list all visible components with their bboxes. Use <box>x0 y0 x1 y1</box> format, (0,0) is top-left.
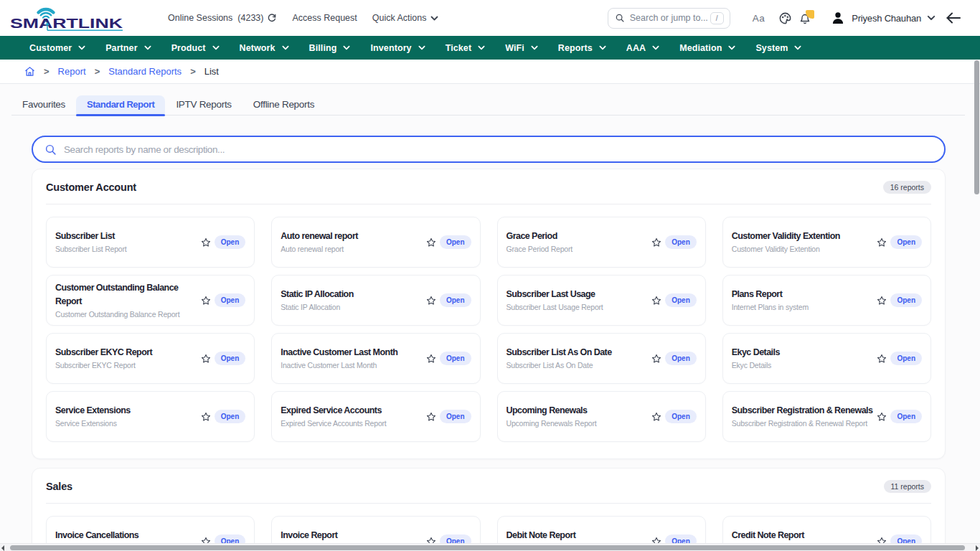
open-report-button[interactable]: Open <box>215 410 246 423</box>
favourite-star-button[interactable] <box>426 237 436 248</box>
chevron-down-icon <box>282 45 289 50</box>
star-icon <box>426 354 436 364</box>
open-report-button[interactable]: Open <box>215 352 246 365</box>
report-card-title: Service Extensions <box>55 404 198 418</box>
nav-item[interactable]: WiFi <box>505 43 538 53</box>
back-arrow-icon[interactable] <box>946 12 961 24</box>
open-report-button[interactable]: Open <box>665 410 697 423</box>
report-card[interactable]: Subscriber List As On Date Subscriber Li… <box>497 333 706 384</box>
open-report-button[interactable]: Open <box>215 293 246 307</box>
smartlink-logo[interactable]: SMARTLINK <box>10 3 123 33</box>
user-name: Priyesh Chauhan <box>852 13 921 24</box>
tab[interactable]: Favourites <box>11 95 76 116</box>
report-card[interactable]: Expired Service Accounts Expired Service… <box>271 391 480 442</box>
open-report-button[interactable]: Open <box>890 293 922 307</box>
report-card[interactable]: Inactive Customer Last Month Inactive Cu… <box>271 333 480 384</box>
favourite-star-button[interactable] <box>426 412 436 422</box>
nav-item[interactable]: Customer <box>29 43 85 53</box>
tab[interactable]: IPTV Reports <box>165 95 242 116</box>
favourite-star-button[interactable] <box>877 354 887 364</box>
tab[interactable]: Standard Report <box>76 95 165 116</box>
report-card-title: Subscriber Last Usage <box>507 288 649 301</box>
open-report-button[interactable]: Open <box>890 410 922 423</box>
favourite-star-button[interactable] <box>877 296 887 306</box>
open-report-button[interactable]: Open <box>440 410 471 423</box>
online-sessions-link[interactable]: Online Sessions (4233) <box>168 13 277 23</box>
favourite-star-button[interactable] <box>651 354 661 364</box>
report-card[interactable]: Ekyc Details Ekyc Details Open <box>722 333 931 384</box>
nav-item[interactable]: Partner <box>105 43 151 53</box>
report-card[interactable]: Subscriber List Subscriber List Report O… <box>46 217 255 268</box>
nav-item[interactable]: Product <box>171 43 220 53</box>
scroll-right-arrow-icon[interactable] <box>976 545 979 551</box>
nav-item-label: Customer <box>29 43 72 53</box>
nav-item[interactable]: Network <box>240 43 289 53</box>
horizontal-scrollbar-thumb[interactable] <box>10 545 965 550</box>
report-card[interactable]: Service Extensions Service Extensions Op… <box>46 391 255 442</box>
report-card[interactable]: Plans Report Internet Plans in system Op… <box>722 275 931 326</box>
favourite-star-button[interactable] <box>426 354 436 364</box>
open-report-button[interactable]: Open <box>440 293 471 307</box>
report-search-placeholder: Search reports by name or description... <box>64 144 225 155</box>
favourite-star-button[interactable] <box>201 354 211 364</box>
global-search-input[interactable]: Search or jump to... / <box>608 8 730 29</box>
breadcrumb-item[interactable]: Standard Reports <box>108 66 182 77</box>
report-card[interactable]: Subscriber EKYC Report Subscriber EKYC R… <box>46 333 255 384</box>
access-request-link[interactable]: Access Request <box>292 13 357 23</box>
report-card[interactable]: Grace Period Grace Period Report Open <box>497 217 706 268</box>
breadcrumb-item[interactable]: Report <box>58 66 86 77</box>
open-report-button[interactable]: Open <box>440 352 471 365</box>
horizontal-scrollbar[interactable] <box>0 543 980 551</box>
user-menu[interactable]: Priyesh Chauhan <box>831 11 936 25</box>
report-card-text: Plans Report Internet Plans in system <box>732 288 875 313</box>
report-card[interactable]: Static IP Allocation Static IP Allocatio… <box>271 275 480 326</box>
report-card[interactable]: Upcoming Renewals Upcoming Renewals Repo… <box>497 391 706 442</box>
nav-item[interactable]: Inventory <box>370 43 425 53</box>
report-card[interactable]: Auto renewal report Auto renewal report … <box>271 217 480 268</box>
favourite-star-button[interactable] <box>651 237 661 248</box>
theme-palette-button[interactable] <box>778 11 792 25</box>
favourite-star-button[interactable] <box>877 412 887 422</box>
nav-item[interactable]: Mediation <box>679 43 735 53</box>
report-card[interactable]: Customer Validity Extention Customer Val… <box>722 217 931 268</box>
text-size-toggle[interactable]: Aa <box>753 13 765 24</box>
open-report-button[interactable]: Open <box>440 235 471 249</box>
report-card-subtitle: Expired Service Accounts Report <box>281 418 423 429</box>
report-card[interactable]: Subscriber Registration & Renewals Subsc… <box>722 391 931 442</box>
open-report-button[interactable]: Open <box>215 235 246 249</box>
report-card-text: Static IP Allocation Static IP Allocatio… <box>281 288 423 313</box>
open-report-button[interactable]: Open <box>890 235 922 249</box>
report-card-subtitle: Internet Plans in system <box>732 302 875 313</box>
nav-item[interactable]: AAA <box>626 43 659 53</box>
favourite-star-button[interactable] <box>877 237 887 248</box>
favourite-star-button[interactable] <box>201 296 211 306</box>
nav-item[interactable]: Ticket <box>446 43 486 53</box>
nav-item[interactable]: System <box>755 43 801 53</box>
refresh-icon[interactable] <box>267 13 277 23</box>
home-icon[interactable] <box>24 66 35 77</box>
quick-actions-menu[interactable]: Quick Actions <box>372 13 438 23</box>
favourite-star-button[interactable] <box>651 412 661 422</box>
report-search-input[interactable]: Search reports by name or description... <box>32 136 946 163</box>
report-card[interactable]: Customer Outstanding Balance Report Cust… <box>46 275 255 326</box>
breadcrumb-item[interactable]: List <box>204 66 219 77</box>
tab[interactable]: Offline Reports <box>242 95 325 116</box>
favourite-star-button[interactable] <box>201 237 211 248</box>
nav-item-label: Ticket <box>446 43 472 53</box>
favourite-star-button[interactable] <box>426 296 436 306</box>
nav-item[interactable]: Billing <box>309 43 351 53</box>
open-report-button[interactable]: Open <box>890 352 922 365</box>
section-title: Customer Account <box>46 182 136 193</box>
open-report-button[interactable]: Open <box>665 352 697 365</box>
favourite-star-button[interactable] <box>651 296 661 306</box>
open-report-button[interactable]: Open <box>665 235 697 249</box>
favourite-star-button[interactable] <box>201 412 211 422</box>
open-report-button[interactable]: Open <box>665 293 697 307</box>
nav-item[interactable]: Reports <box>558 43 606 53</box>
report-card[interactable]: Subscriber Last Usage Subscriber Last Us… <box>497 275 706 326</box>
access-request-label: Access Request <box>292 13 357 23</box>
notifications-button[interactable] <box>799 11 814 25</box>
scroll-left-arrow-icon[interactable] <box>1 545 4 551</box>
section-report-count-badge: 16 reports <box>883 181 931 194</box>
star-icon <box>877 237 887 248</box>
